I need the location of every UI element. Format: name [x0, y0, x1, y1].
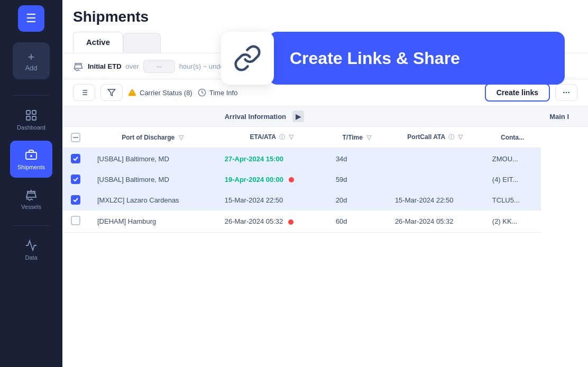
pod-sort-icon[interactable]: ▽: [179, 134, 183, 141]
main-section-header: Main I: [541, 106, 588, 127]
col-header-checkbox: [62, 127, 89, 149]
shipments-table: Arrival Information ▶ Main I Port of Di: [62, 106, 588, 233]
col-header-pod: Port of Discharge ▽: [89, 127, 216, 149]
portcall-info-icon[interactable]: ⓘ: [448, 133, 454, 141]
menu-icon: ☰: [26, 13, 36, 24]
section-header-cell: [62, 106, 216, 127]
section-expand-btn[interactable]: ▶: [292, 111, 304, 122]
vessels-icon: [25, 188, 38, 201]
table-row: [MXLZC] Lazaro Cardenas 15-Mar-2024 22:5…: [62, 190, 588, 210]
create-links-button[interactable]: Create links: [485, 84, 550, 102]
row-pod-cell: [USBAL] Baltimore, MD: [89, 169, 216, 190]
row-ttime-cell: 34d: [327, 148, 387, 169]
table-row: [USBAL] Baltimore, MD 19-Apr-2024 00:00 …: [62, 169, 588, 190]
row-checkbox[interactable]: [71, 216, 80, 225]
sort-button[interactable]: [73, 84, 95, 101]
etd-over-input[interactable]: [143, 60, 175, 73]
col-header-portcall: PortCall ATA ⓘ ▽: [387, 127, 484, 149]
col-header-eta: ETA/ATA ⓘ ▽: [216, 127, 327, 149]
svg-rect-2: [26, 116, 30, 120]
section-header-row: Arrival Information ▶ Main I: [62, 106, 588, 127]
sidebar-item-dashboard[interactable]: Dashboard: [10, 101, 52, 138]
sort-icon: [80, 88, 88, 97]
carrier-status-label: Carrier Status (8): [140, 89, 192, 97]
eta-sort-icon[interactable]: ▽: [289, 133, 293, 141]
svg-point-19: [563, 92, 565, 94]
sidebar-item-data[interactable]: Data: [10, 231, 52, 268]
row-portcall-cell: [387, 169, 484, 190]
popup-icon-box: [221, 32, 274, 85]
row-eta-cell: 26-Mar-2024 05:32: [216, 210, 327, 233]
sidebar-menu-button[interactable]: ☰: [18, 5, 44, 32]
etd-label: Initial ETD: [88, 62, 122, 70]
link-icon: [233, 44, 262, 72]
row-checkbox-cell: [62, 210, 89, 233]
row-conta-cell: ZMOU...: [484, 148, 541, 169]
popup-banner: Create Links & Share: [269, 32, 565, 85]
table-container: Arrival Information ▶ Main I Port of Di: [62, 106, 588, 367]
row-ttime-cell: 60d: [327, 210, 387, 233]
svg-marker-15: [108, 89, 115, 96]
red-dot-indicator: [289, 177, 294, 182]
red-dot-indicator: [288, 219, 293, 225]
row-portcall-cell: 15-Mar-2024 22:50: [387, 190, 484, 210]
svg-rect-0: [26, 111, 30, 114]
svg-point-21: [568, 92, 569, 94]
add-label: Add: [25, 64, 37, 72]
col-header-ttime: T/Time ▽: [327, 127, 387, 149]
select-all-checkbox[interactable]: [71, 133, 80, 142]
row-ttime-cell: 59d: [327, 169, 387, 190]
plus-icon: +: [28, 50, 35, 64]
main-content: Shipments Active Create Links & Share In…: [62, 0, 588, 367]
ttime-sort-icon[interactable]: ▽: [366, 134, 371, 141]
sidebar-item-label: Data: [25, 254, 37, 261]
sidebar-item-label: Dashboard: [17, 124, 45, 131]
row-portcall-cell: [387, 148, 484, 169]
clock-icon: [198, 88, 206, 97]
sidebar-item-vessels[interactable]: Vessels: [10, 180, 52, 217]
sidebar-item-label: Shipments: [17, 164, 45, 170]
popup-banner-text: Create Links & Share: [290, 49, 460, 68]
add-button[interactable]: + Add: [13, 42, 50, 79]
row-checkbox[interactable]: [71, 154, 80, 163]
row-eta-cell: 19-Apr-2024 00:00: [216, 169, 327, 190]
table-row: [USBAL] Baltimore, MD 27-Apr-2024 15:00 …: [62, 148, 588, 169]
column-header-row: Port of Discharge ▽ ETA/ATA ⓘ ▽ T/Time ▽…: [62, 127, 588, 149]
create-links-label: Create links: [497, 88, 538, 97]
tab-active[interactable]: Active: [73, 32, 123, 53]
row-checkbox[interactable]: [71, 195, 80, 205]
arrival-section-header: Arrival Information ▶: [216, 106, 541, 127]
shipments-icon: [25, 149, 38, 161]
carrier-status-button[interactable]: Carrier Status (8): [128, 88, 192, 97]
time-info-label: Time Info: [209, 89, 238, 97]
row-conta-cell: (2) KK...: [484, 210, 541, 233]
row-checkbox-cell: [62, 169, 89, 190]
portcall-sort-icon[interactable]: ▽: [458, 133, 463, 141]
row-checkbox[interactable]: [71, 175, 80, 184]
time-info-button[interactable]: Time Info: [198, 88, 238, 97]
eta-info-icon[interactable]: ⓘ: [279, 133, 285, 141]
row-pod-cell: [DEHAM] Hamburg: [89, 210, 216, 233]
row-pod-cell: [USBAL] Baltimore, MD: [89, 148, 216, 169]
sidebar: ☰ + Add Dashboard Shipments: [0, 0, 62, 367]
filter-button[interactable]: [100, 84, 123, 101]
create-links-popup: Create Links & Share: [221, 32, 565, 85]
page-title: Shipments: [73, 8, 577, 25]
table-row: [DEHAM] Hamburg 26-Mar-2024 05:32 60d 26…: [62, 210, 588, 233]
warning-icon: [128, 88, 136, 97]
svg-point-20: [566, 92, 567, 94]
row-eta-cell: 27-Apr-2024 15:00: [216, 148, 327, 169]
row-conta-cell: TCLU5...: [484, 190, 541, 210]
row-portcall-cell: 26-Mar-2024 05:32: [387, 210, 484, 233]
svg-rect-22: [73, 137, 78, 138]
svg-rect-1: [32, 111, 36, 114]
more-icon: [562, 88, 571, 97]
tab-other[interactable]: [123, 33, 161, 53]
sidebar-item-label: Vessels: [21, 204, 41, 210]
etd-over-label: over: [126, 62, 139, 70]
sidebar-item-shipments[interactable]: Shipments: [10, 141, 52, 178]
more-button[interactable]: [555, 84, 577, 101]
dashboard-icon: [25, 109, 38, 122]
svg-rect-3: [32, 116, 36, 120]
etd-unit1: hour(s) ~ under: [179, 62, 226, 70]
